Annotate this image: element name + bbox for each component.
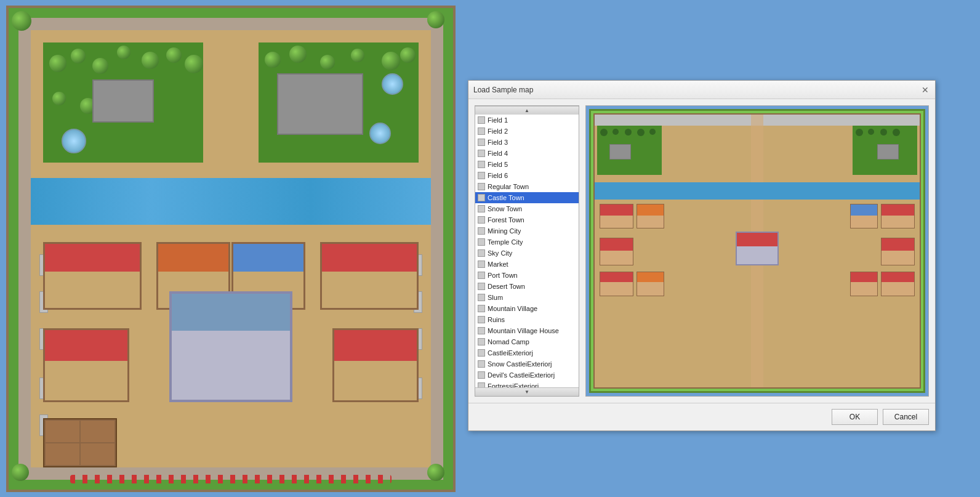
list-item-field5[interactable]: Field 5 [475,159,579,170]
list-item-mining-city[interactable]: Mining City [475,225,579,236]
list-item-label: Field 4 [488,150,508,157]
crate-area [43,418,117,467]
list-item-regular-town[interactable]: Regular Town [475,181,579,192]
bottom-flowers [70,475,392,483]
list-item-field6[interactable]: Field 6 [475,170,579,181]
list-item-slum[interactable]: Slum [475,292,579,303]
list-item-label: Ruins [488,316,505,323]
tree [52,92,66,105]
map-list-scroll[interactable]: Field 1Field 2Field 3Field 4Field 5Field… [475,115,579,387]
list-item-nomad-camp[interactable]: Nomad Camp [475,336,579,347]
list-item-label: Field 3 [488,139,508,146]
map-icon [478,216,485,224]
park-right [259,42,419,163]
mm-tree [600,129,608,136]
list-item-port-town[interactable]: Port Town [475,270,579,281]
list-item-sky-city[interactable]: Sky City [475,248,579,259]
list-item-field3[interactable]: Field 3 [475,137,579,148]
list-item-mountain-village[interactable]: Mountain Village [475,303,579,314]
dialog-title: Load Sample map [473,86,533,94]
map-icon [478,338,485,345]
mm-tree [637,129,645,136]
mm-roof [600,238,633,251]
list-item-field4[interactable]: Field 4 [475,148,579,159]
building-4-roof [233,244,303,272]
minimap-inner [589,109,925,393]
map-icon [478,205,485,212]
building-3-roof [322,244,417,272]
list-item-label: Field 6 [488,172,508,179]
cancel-button[interactable]: Cancel [883,409,929,425]
list-item-field1[interactable]: Field 1 [475,115,579,126]
tree [166,47,182,63]
list-item-label: Temple City [488,238,523,246]
mm-roof [851,272,877,282]
dialog-titlebar: Load Sample map ✕ [468,81,935,99]
list-item-field2[interactable]: Field 2 [475,126,579,137]
mm-tree [625,129,632,135]
map-icon [478,283,485,290]
mm-town-area [593,113,921,389]
list-item-label: Castle Town [488,194,524,201]
mm-building [850,272,878,296]
tree [320,55,335,70]
list-item-label: Slum [488,294,503,301]
water-band [31,178,431,225]
tree [71,49,86,63]
mm-roof [637,204,664,216]
mm-building [881,238,915,265]
list-item-fortressi-exteriorj[interactable]: FortressiExteriorj [475,381,579,387]
map-icon [478,272,485,279]
list-item-label: Field 5 [488,161,508,168]
tree [185,55,203,73]
ok-button[interactable]: OK [832,409,878,425]
map-icon [478,360,485,368]
list-item-ruins[interactable]: Ruins [475,314,579,325]
castle-roof [172,294,290,331]
tree [92,58,108,74]
scroll-down-arrow[interactable]: ▼ [475,387,579,396]
dialog-body: ▲ Field 1Field 2Field 3Field 4Field 5Fie… [468,99,935,403]
list-item-castle-town[interactable]: Castle Town [475,192,579,203]
list-item-mountain-village-house[interactable]: Mountain Village House [475,325,579,336]
map-icon [478,349,485,357]
list-item-label: Mining City [488,227,521,235]
tree [382,52,400,70]
map-icon [478,183,485,190]
scroll-up-arrow[interactable]: ▲ [475,106,579,115]
mm-roof [882,238,914,251]
mm-tree [856,129,863,136]
mm-building [600,204,633,228]
mm-roof [600,272,633,282]
corner-tree [427,464,444,481]
mm-stone [877,144,899,160]
mm-building [881,272,915,296]
building-3 [320,242,419,310]
list-item-desert-town[interactable]: Desert Town [475,281,579,292]
list-item-devils-castlei-exteriorj[interactable]: Devil's CastleiExteriorj [475,370,579,381]
tree [400,47,416,63]
rpg-map [9,8,453,490]
list-item-snow-castlei-exteriorj[interactable]: Snow CastleiExteriorj [475,358,579,370]
fountain [382,73,403,95]
list-item-market[interactable]: Market [475,259,579,270]
list-item-label: Forest Town [488,216,524,224]
list-item-forest-town[interactable]: Forest Town [475,214,579,225]
corner-tree [12,464,29,481]
main-map-canvas [6,6,456,492]
list-item-label: Nomad Camp [488,338,529,345]
mm-roof [600,204,633,216]
dialog-close-button[interactable]: ✕ [920,85,930,95]
tree [289,46,307,63]
list-item-snow-town[interactable]: Snow Town [475,203,579,214]
mm-roof [882,204,914,216]
list-item-temple-city[interactable]: Temple City [475,236,579,248]
corner-tree [427,11,444,28]
map-icon [478,238,485,246]
map-icon [478,139,485,146]
list-item-label: Field 1 [488,116,508,124]
map-list-panel: ▲ Field 1Field 2Field 3Field 4Field 5Fie… [475,105,579,397]
list-item-castlei-exteriorj[interactable]: CastleiExteriorj [475,347,579,358]
mm-park-right [853,126,917,175]
list-item-label: Devil's CastleiExteriorj [488,371,555,379]
